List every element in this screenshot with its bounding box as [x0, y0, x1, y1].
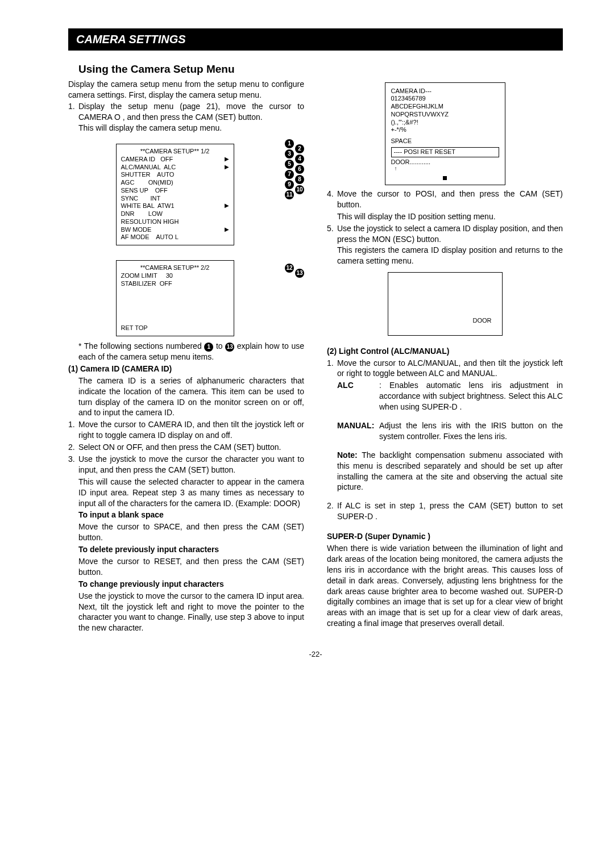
menu1-dnr: DNR LOW — [121, 210, 163, 218]
menu1-sensup: SENS UP OFF — [121, 187, 168, 195]
step-1b: 1.Move the cursor to CAMERA ID, and then… — [68, 419, 304, 441]
def-alc: ALC : Enables automatic lens iris adjust… — [327, 380, 563, 412]
left-column: Display the camera setup menu from the s… — [68, 79, 304, 635]
callout-8: 8 — [295, 175, 304, 184]
callout-9: 9 — [285, 180, 294, 189]
camera-id-desc: The camera ID is a series of alphanumeri… — [68, 375, 304, 419]
note-block: Note: The backlight compensation submenu… — [327, 450, 563, 493]
idpanel-space: SPACE — [391, 137, 499, 145]
idpanel-l5: ().,'":;&#?! — [391, 119, 499, 127]
superd-text: When there is wide variation between the… — [327, 543, 563, 629]
menu1-res: RESOLUTION HIGH — [121, 218, 179, 226]
menu2-zoom: ZOOM LIMIT 30 — [121, 272, 173, 280]
callout-11: 11 — [285, 190, 294, 199]
step-3: 3.Use the joystick to move the cursor th… — [68, 454, 304, 475]
tri-right-icon: ▶ — [225, 226, 229, 234]
step-4: 4.Move the cursor to POSI, and then pres… — [327, 189, 563, 210]
callout-4: 4 — [295, 155, 304, 164]
idpanel-l6: +-*/% — [391, 126, 499, 134]
idpanel-l3: ABCDEFGHIJKLM — [391, 103, 499, 111]
menu1-af: AF MODE AUTO L — [121, 233, 179, 241]
change-text: Use the joystick to move the cursor to t… — [68, 591, 304, 634]
menu-panel-2-group: **CAMERA SETUP** 2/2 ZOOM LIMIT 30 STABI… — [68, 256, 304, 341]
menu-panel-1-group: **CAMERA SETUP** 1/2 CAMERA ID OFF▶ ALC/… — [68, 139, 304, 250]
head-delete: To delete previously input characters — [68, 544, 304, 555]
camera-setup-menu-2: **CAMERA SETUP** 2/2 ZOOM LIMIT 30 STABI… — [116, 260, 234, 336]
callout-1: 1 — [285, 139, 294, 148]
heading-superd: SUPER-D (Super Dynamic ) — [327, 531, 563, 542]
callout-13: 13 — [295, 269, 304, 278]
id-position-preview: DOOR — [388, 272, 503, 336]
step-2: 2.Select ON or OFF, and then press the C… — [68, 442, 304, 453]
two-column-layout: Display the camera setup menu from the s… — [68, 79, 563, 635]
callout-1-inline: 1 — [204, 343, 213, 352]
callout-12: 12 — [285, 264, 294, 273]
def-manual: MANUAL: Adjust the lens iris with the IR… — [327, 420, 563, 442]
head-blank-space: To input a blank space — [68, 510, 304, 520]
menu1-bw: BW MODE — [121, 226, 152, 234]
menu1-sync: SYNC INT — [121, 195, 161, 203]
manual-term: MANUAL: — [337, 420, 379, 442]
callout-13-inline: 13 — [225, 343, 234, 352]
idpanel-l1: CAMERA ID--- — [391, 87, 499, 95]
step-3b: This will cause the selected character t… — [68, 477, 304, 509]
lc-step-2: 2.If ALC is set in step 1, press the CAM… — [327, 500, 563, 522]
menu1-agc: AGC ON(MID) — [121, 179, 173, 187]
menu2-title: **CAMERA SETUP** 2/2 — [121, 264, 229, 272]
lc-step-1: 1.Move the cursor to ALC/MANUAL, and the… — [327, 358, 563, 379]
menu1-cameraid: CAMERA ID OFF — [121, 156, 173, 164]
right-column: CAMERA ID--- 0123456789 ABCDEFGHIJKLM NO… — [327, 79, 563, 635]
manual-desc: Adjust the lens iris with the IRIS butto… — [379, 420, 563, 442]
delete-text: Move the cursor to RESET, and then press… — [68, 556, 304, 578]
menu1-title: **CAMERA SETUP** 1/2 — [121, 148, 229, 156]
callout-3: 3 — [285, 149, 294, 158]
step-number: 1. — [68, 101, 78, 133]
head-change: To change previously input characters — [68, 579, 304, 590]
callout-2: 2 — [295, 144, 304, 153]
tri-right-icon: ▶ — [225, 202, 229, 210]
blank-space-text: Move the cursor to SPACE, and then press… — [68, 521, 304, 543]
menu1-shutter: SHUTTER AUTO — [121, 171, 175, 179]
idpanel-posi: ---- POSI RET RESET — [391, 147, 499, 157]
alc-term: ALC — [337, 380, 379, 412]
tri-right-icon: ▶ — [225, 156, 229, 164]
menu1-alc: ALC/MANUAL ALC — [121, 164, 176, 172]
idpanel-door: DOOR............ — [391, 158, 499, 166]
camera-setup-menu-1: **CAMERA SETUP** 1/2 CAMERA ID OFF▶ ALC/… — [116, 144, 234, 245]
intro-text: Display the camera setup menu from the s… — [68, 79, 304, 101]
tri-right-icon: ▶ — [225, 164, 229, 172]
callout-5: 5 — [285, 160, 294, 169]
alc-desc: : Enables automatic lens iris adjustment… — [379, 380, 563, 412]
step-1: 1. Display the setup menu (page 21), mov… — [68, 101, 304, 133]
page-header: CAMERA SETTINGS — [68, 28, 563, 51]
callouts-menu1: 1 3 5 7 9 11 2 4 6 8 10 — [285, 139, 304, 199]
heading-camera-id: (1) Camera ID (CAMERA ID) — [68, 364, 304, 374]
menu1-wb: WHITE BAL ATW1 — [121, 202, 175, 210]
callouts-menu2: 12 13 — [285, 264, 304, 278]
note-term: Note: — [337, 450, 358, 460]
step-4b: This will display the ID position settin… — [327, 211, 563, 222]
callout-6: 6 — [295, 165, 304, 174]
square-cursor-icon — [443, 176, 447, 180]
step-1-text-a: Display the setup menu (page 21), move t… — [78, 102, 304, 122]
menu2-footer: RET TOP — [121, 324, 148, 332]
camera-id-input-panel: CAMERA ID--- 0123456789 ABCDEFGHIJKLM NO… — [385, 82, 505, 186]
page-number: -22- — [68, 649, 563, 660]
callout-7: 7 — [285, 170, 294, 179]
heading-light-control: (2) Light Control (ALC/MANUAL) — [327, 346, 563, 357]
preview-door-label: DOOR — [473, 316, 492, 325]
step-1-text-b: This will display the camera setup menu. — [78, 123, 222, 132]
up-arrow-icon: ↑ — [395, 166, 499, 172]
note-text: The backlight compensation submenu assoc… — [337, 450, 563, 492]
section-title: Using the Camera Setup Menu — [78, 62, 563, 77]
star-note: * The following sections numbered 1 to 1… — [68, 341, 304, 362]
step-5: 5.Use the joystick to select a camera ID… — [327, 223, 563, 266]
callout-10: 10 — [295, 185, 304, 194]
idpanel-l4: NOPQRSTUVWXYZ — [391, 111, 499, 119]
idpanel-l2: 0123456789 — [391, 95, 499, 103]
menu2-stab: STABILIZER OFF — [121, 280, 172, 288]
